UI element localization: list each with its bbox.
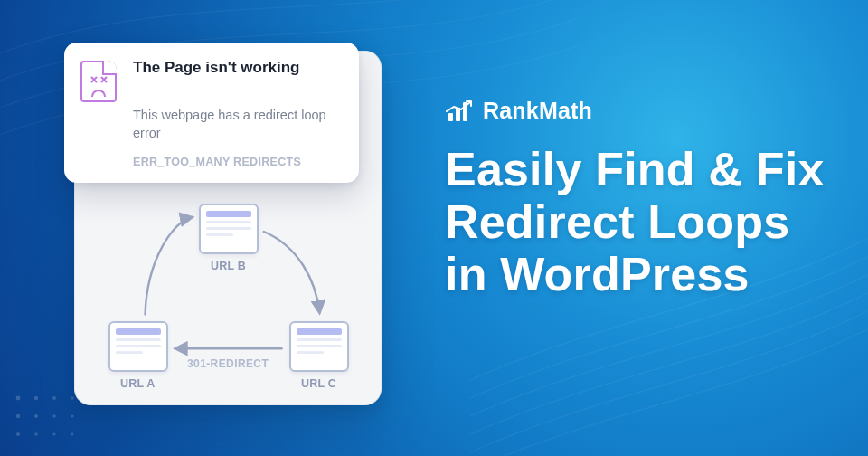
svg-point-7	[71, 414, 73, 417]
redirect-loop-diagram: URL B URL A URL C 301-REDIRECT	[75, 52, 381, 404]
diagram-node-c	[289, 321, 349, 372]
svg-point-9	[34, 432, 38, 436]
svg-point-8	[16, 432, 20, 436]
svg-point-5	[34, 414, 38, 418]
svg-point-10	[52, 432, 55, 435]
diagram-node-a	[108, 321, 168, 372]
diagram-label-a: URL A	[120, 377, 156, 390]
brand-name: RankMath	[483, 98, 592, 124]
diagram-node-b	[199, 204, 259, 254]
svg-point-4	[16, 414, 20, 418]
illustration-card: The Page isn't working This webpage has …	[74, 51, 382, 405]
svg-point-3	[71, 396, 74, 400]
promo-canvas: The Page isn't working This webpage has …	[0, 0, 868, 456]
brand-lockup: RankMath	[445, 98, 592, 124]
svg-point-1	[34, 396, 38, 400]
diagram-edge-label: 301-REDIRECT	[187, 357, 269, 370]
diagram-label-b: URL B	[211, 260, 246, 272]
svg-rect-12	[448, 113, 453, 121]
svg-point-2	[52, 396, 56, 400]
svg-point-6	[52, 414, 56, 418]
svg-point-11	[71, 433, 74, 436]
diagram-label-c: URL C	[301, 377, 336, 390]
rankmath-logo-icon	[445, 99, 472, 124]
headline: Easily Find & Fix Redirect Loops in Word…	[445, 143, 828, 301]
svg-point-0	[16, 396, 21, 401]
